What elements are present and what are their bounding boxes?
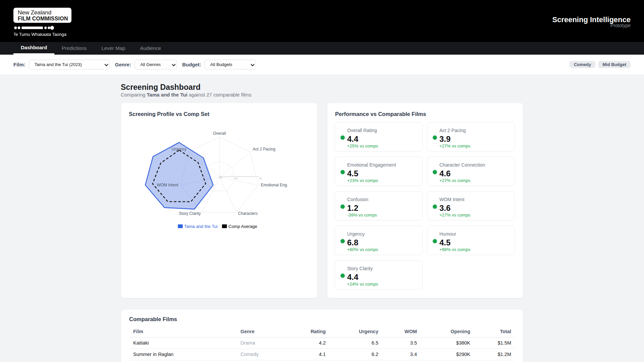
svg-text:Overall: Overall	[213, 131, 226, 136]
svg-text:Story Clarity: Story Clarity	[179, 211, 201, 216]
svg-text:Characters: Characters	[238, 211, 258, 216]
svg-text:WOM Intent: WOM Intent	[157, 183, 178, 187]
svg-text:5: 5	[258, 178, 262, 180]
svg-text:Act 2 Pacing: Act 2 Pacing	[253, 147, 275, 152]
svg-text:Emotional Eng.: Emotional Eng.	[261, 183, 288, 187]
svg-text:2: 2	[234, 178, 238, 180]
svg-text:0: 0	[219, 177, 223, 179]
svg-text:Comp Average: Comp Average	[228, 224, 257, 229]
svg-text:Tama and the Tui: Tama and the Tui	[184, 224, 218, 229]
svg-text:Urgency: Urgency	[171, 147, 186, 152]
